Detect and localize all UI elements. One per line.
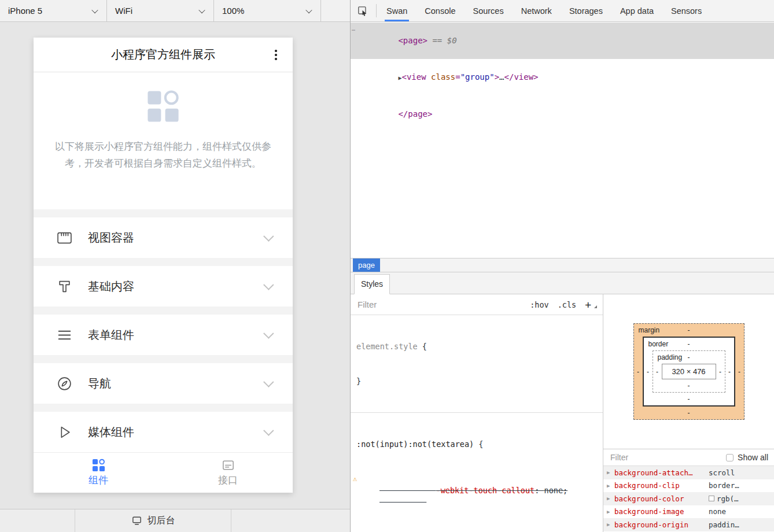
- computed-property-row[interactable]: ▶ background-origin paddin…: [603, 518, 774, 531]
- show-all-checkbox[interactable]: [726, 454, 734, 461]
- group-row-navigation[interactable]: 导航: [34, 363, 293, 404]
- devtools-tab-network[interactable]: Network: [513, 0, 561, 21]
- css-declaration[interactable]: ⚠-webkit-touch-callout: none;: [356, 473, 597, 508]
- tab-label: Storages: [569, 6, 603, 16]
- color-swatch: [709, 496, 714, 501]
- css-rule-element-style[interactable]: element.style { }: [351, 315, 603, 413]
- css-rule-not-input-textarea[interactable]: :not(input):not(textarea) { ⚠-webkit-tou…: [351, 413, 603, 532]
- more-menu-button[interactable]: [271, 47, 281, 62]
- punct: ;: [563, 486, 567, 495]
- chevron-down-icon: [91, 6, 98, 13]
- app-tabbar: 组件 接口: [34, 452, 293, 493]
- tab-label: Sensors: [671, 6, 702, 16]
- padding-left-value[interactable]: -: [653, 368, 662, 376]
- rule-open-brace: {: [474, 439, 483, 449]
- toggle-class-button[interactable]: .cls: [558, 300, 577, 309]
- punct: :: [535, 486, 544, 495]
- tab-components[interactable]: 组件: [34, 453, 163, 493]
- switch-background-button[interactable]: 切后台: [75, 509, 231, 532]
- computed-property-value: scroll: [709, 468, 735, 477]
- devtools-lower-panel: Filter :hov .cls + element.style { } :no…: [351, 294, 774, 532]
- padding-right-value[interactable]: -: [716, 368, 725, 376]
- computed-property-value: rgb(…: [709, 494, 739, 503]
- view-container-icon: [57, 230, 72, 246]
- devtools-tab-storages[interactable]: Storages: [561, 0, 611, 21]
- network-select[interactable]: WiFi: [107, 0, 214, 21]
- computed-property-row[interactable]: ▶ background-attach… scroll: [603, 466, 774, 479]
- components-logo-icon: [146, 90, 180, 123]
- dom-node-page-open[interactable]: …<page> == $0: [351, 23, 774, 59]
- margin-right-value[interactable]: -: [735, 368, 744, 376]
- devtools-pane: Swan Console Sources Network Storages Ap…: [351, 0, 774, 532]
- group-row-form-components[interactable]: 表单组件: [34, 315, 293, 355]
- padding-top-value[interactable]: -: [688, 353, 690, 361]
- dom-node-view[interactable]: ▶<view class="group">…</view>: [351, 59, 774, 96]
- inspect-element-button[interactable]: [351, 0, 375, 21]
- computed-property-row[interactable]: ▶ background-image none: [603, 505, 774, 519]
- expand-triangle-icon[interactable]: ▶: [607, 496, 614, 501]
- computed-sidebar: margin- - border- - padding-: [603, 294, 774, 532]
- border-top-value[interactable]: -: [688, 340, 690, 348]
- computed-property-row[interactable]: ▶ background-clip border…: [603, 479, 774, 493]
- computed-filter-input[interactable]: Filter: [610, 453, 726, 462]
- box-model-content-size[interactable]: 320 × 476: [662, 364, 716, 379]
- component-group-list: 视图容器 基础内容: [34, 209, 293, 452]
- tab-apis[interactable]: 接口: [163, 453, 293, 493]
- form-icon: [57, 327, 72, 343]
- expand-triangle-icon[interactable]: ▶: [607, 483, 614, 489]
- rule-selector[interactable]: :not(input):not(textarea): [356, 439, 474, 449]
- computed-property-name: background-attach…: [614, 468, 709, 477]
- devtools-toolbar: Swan Console Sources Network Storages Ap…: [351, 0, 774, 22]
- group-label: 表单组件: [88, 327, 134, 343]
- border-left-value[interactable]: -: [644, 368, 653, 376]
- zoom-select[interactable]: 100%: [214, 0, 321, 21]
- devtools-tab-console[interactable]: Console: [416, 0, 464, 21]
- tab-label: Network: [521, 6, 552, 16]
- group-row-basic-content[interactable]: 基础内容: [34, 266, 293, 306]
- expand-triangle-icon[interactable]: ▶: [607, 509, 614, 515]
- margin-bottom-value[interactable]: -: [688, 409, 690, 417]
- tab-label: App data: [620, 6, 654, 16]
- margin-top-value[interactable]: -: [688, 326, 690, 334]
- devtools-tab-sensors[interactable]: Sensors: [662, 0, 710, 21]
- new-style-rule-button[interactable]: +: [585, 301, 591, 309]
- group-row-media-components[interactable]: 媒体组件: [34, 412, 293, 452]
- box-model-diagram: margin- - border- - padding-: [603, 294, 774, 449]
- padding-bottom-value[interactable]: -: [688, 382, 690, 390]
- tab-styles[interactable]: Styles: [354, 274, 390, 294]
- expand-triangle-icon[interactable]: ▶: [607, 470, 614, 475]
- property-value[interactable]: none: [544, 486, 563, 495]
- chevron-down-icon: [305, 6, 312, 13]
- rule-close-brace: }: [356, 376, 361, 386]
- styles-filter-row: Filter :hov .cls +: [351, 294, 603, 315]
- toggle-hover-state-button[interactable]: :hov: [530, 300, 549, 309]
- computed-property-row[interactable]: ▶ background-color rgb(…: [603, 492, 774, 505]
- breadcrumb-page[interactable]: page: [353, 258, 380, 272]
- property-name[interactable]: -webkit-touch-callout: [436, 486, 535, 495]
- expand-triangle-icon[interactable]: ▶: [607, 522, 614, 527]
- elements-tree: …<page> == $0 ▶<view class="group">…</vi…: [351, 22, 774, 258]
- computed-property-name: background-image: [614, 507, 709, 516]
- chevron-down-icon: [263, 328, 274, 338]
- api-icon: [222, 459, 235, 472]
- attr-value: "group": [460, 72, 495, 82]
- play-icon: [57, 424, 72, 440]
- app-description: 以下将展示小程序官方组件能力，组件样式仅供参考，开发者可根据自身需求自定义组件样…: [47, 138, 279, 172]
- border-right-value[interactable]: -: [725, 368, 734, 376]
- devtools-tab-sources[interactable]: Sources: [464, 0, 512, 21]
- styles-pane: Filter :hov .cls + element.style { } :no…: [351, 294, 603, 532]
- rule-selector[interactable]: element.style: [356, 342, 418, 351]
- device-select[interactable]: iPhone 5: [0, 0, 107, 21]
- computed-properties-list: ▶ background-attach… scroll ▶ background…: [603, 466, 774, 531]
- chevron-down-icon: [263, 231, 274, 241]
- devtools-tab-swan[interactable]: Swan: [378, 0, 416, 21]
- dom-node-page-close[interactable]: </page>: [351, 96, 774, 132]
- toolbar-divider: [376, 4, 377, 17]
- devtools-tab-appdata[interactable]: App data: [611, 0, 662, 21]
- chevron-down-icon: [263, 425, 274, 435]
- styles-filter-input[interactable]: Filter: [357, 300, 530, 309]
- box-model-margin: margin- - border- - padding-: [633, 323, 744, 420]
- border-bottom-value[interactable]: -: [688, 395, 690, 403]
- group-row-view-container[interactable]: 视图容器: [34, 217, 293, 258]
- margin-left-value[interactable]: -: [634, 368, 643, 376]
